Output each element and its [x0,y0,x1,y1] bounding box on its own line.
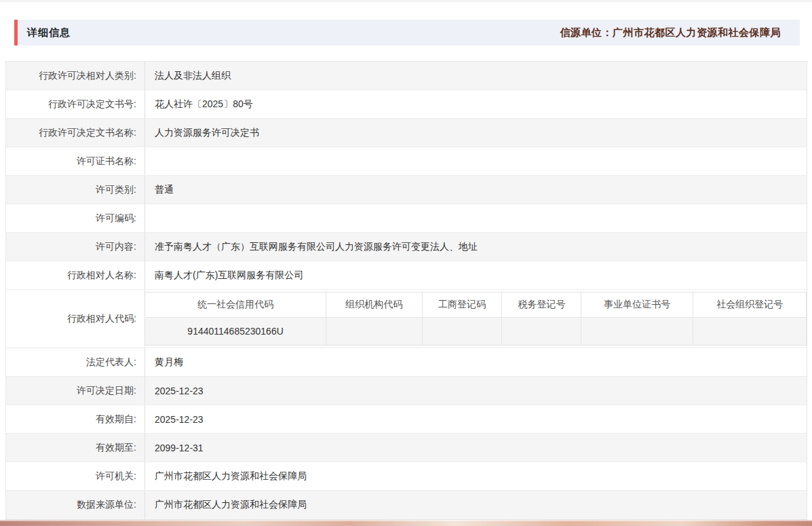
table-row: 许可类别: 普通 [6,176,807,204]
top-divider [0,0,812,2]
codes-value-row: 91440114685230166U [145,318,807,345]
row-value: 广州市花都区人力资源和社会保障局 [145,491,807,519]
row-value: 2025-12-23 [145,405,807,433]
codes-cell [502,318,581,345]
row-value [145,204,807,232]
row-label: 许可机关: [6,462,145,490]
codes-col-header: 事业单位证书号 [581,293,693,318]
row-value: 人力资源服务许可决定书 [145,119,807,147]
row-label: 许可内容: [6,233,145,261]
codes-col-header: 社会组织登记号 [693,293,807,318]
table-row: 许可机关: 广州市花都区人力资源和社会保障局 [6,462,807,491]
codes-cell: 91440114685230166U [145,318,326,345]
table-row: 行政许可决相对人类别: 法人及非法人组织 [6,62,807,90]
detail-table: 行政许可决相对人类别: 法人及非法人组织 行政许可决定文书号: 花人社许〔202… [5,61,807,520]
codes-header-row: 统一社会信用代码 组织机构代码 工商登记码 税务登记号 事业单位证书号 社会组织… [145,293,807,318]
row-value-codes: 统一社会信用代码 组织机构代码 工商登记码 税务登记号 事业单位证书号 社会组织… [145,290,807,347]
row-label: 法定代表人: [6,348,145,376]
codes-cell [326,318,422,345]
row-value: 2025-12-23 [145,377,807,405]
row-value: 花人社许〔2025〕80号 [145,90,807,118]
codes-cell [581,318,693,345]
table-row: 行政许可决定文书号: 花人社许〔2025〕80号 [6,90,807,119]
row-label: 许可决定日期: [6,377,145,405]
row-label: 行政相对人代码: [6,290,145,347]
row-value: 2099-12-31 [145,434,807,462]
footer-gradient-strip [0,520,812,526]
header-accent-bar [14,20,18,45]
table-row: 许可证书名称: [6,147,807,176]
row-label: 许可类别: [6,176,145,204]
row-label: 许可证书名称: [6,147,145,175]
codes-col-header: 组织机构代码 [326,293,422,318]
row-label: 行政许可决定文书号: [6,90,145,118]
row-value: 广州市花都区人力资源和社会保障局 [145,462,807,490]
row-label: 许可编码: [6,204,145,232]
row-label: 行政相对人名称: [6,261,145,289]
row-label: 有效期自: [6,405,145,433]
table-row: 行政许可决定文书名称: 人力资源服务许可决定书 [6,119,807,147]
detail-header: 详细信息 信源单位：广州市花都区人力资源和社会保障局 [14,20,800,45]
table-row: 行政相对人名称: 南粤人才(广东)互联网服务有限公司 [6,261,807,290]
codes-cell [422,318,502,345]
row-value: 准予南粤人才（广东）互联网服务有限公司人力资源服务许可变更法人、地址 [145,233,807,261]
table-row-codes: 行政相对人代码: 统一社会信用代码 组织机构代码 工商登记码 税务登记号 事业单… [6,290,807,348]
row-label: 有效期至: [6,434,145,462]
table-row: 有效期自: 2025-12-23 [6,405,807,434]
row-value: 普通 [145,176,807,204]
row-label: 行政许可决定文书名称: [6,119,145,147]
codes-cell [693,318,807,345]
codes-col-header: 税务登记号 [502,293,581,318]
table-row: 许可内容: 准予南粤人才（广东）互联网服务有限公司人力资源服务许可变更法人、地址 [6,233,807,261]
row-value [145,147,807,175]
table-row: 许可编码: [6,204,807,233]
table-row: 许可决定日期: 2025-12-23 [6,377,807,405]
table-row: 法定代表人: 黄月梅 [6,348,807,377]
row-value: 黄月梅 [145,348,807,376]
row-value: 法人及非法人组织 [145,62,807,90]
codes-col-header: 统一社会信用代码 [145,293,326,318]
codes-col-header: 工商登记码 [422,293,502,318]
table-row: 数据来源单位: 广州市花都区人力资源和社会保障局 [6,491,807,519]
source-unit-text: 信源单位：广州市花都区人力资源和社会保障局 [560,26,781,39]
codes-table: 统一社会信用代码 组织机构代码 工商登记码 税务登记号 事业单位证书号 社会组织… [145,292,807,345]
page-title: 详细信息 [27,26,71,39]
row-label: 行政许可决相对人类别: [6,62,145,90]
row-value: 南粤人才(广东)互联网服务有限公司 [145,261,807,289]
table-row: 有效期至: 2099-12-31 [6,434,807,462]
row-label: 数据来源单位: [6,491,145,519]
